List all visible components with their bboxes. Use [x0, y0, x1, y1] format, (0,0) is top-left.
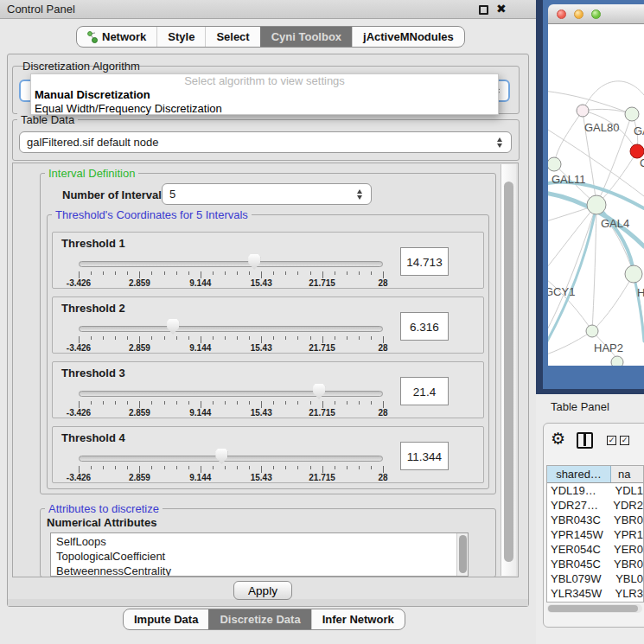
tick-mark: [273, 401, 274, 405]
network-node[interactable]: [548, 157, 561, 171]
table-data-combobox[interactable]: galFiltered.sif default node: [19, 131, 512, 153]
slider-track[interactable]: [79, 326, 383, 332]
attributes-listbox[interactable]: SelfLoopsTopologicalCoefficientBetweenne…: [50, 532, 469, 577]
cell-shared-name[interactable]: YDR27…: [547, 498, 606, 513]
network-canvas[interactable]: GAL80GACGAL11GAL4GCY1HHAP2: [548, 24, 644, 366]
panel-title: Control Panel: [7, 3, 75, 16]
tab-select[interactable]: Select: [205, 27, 259, 47]
cell-name[interactable]: YLR3: [608, 586, 643, 601]
list-scrollbar[interactable]: [456, 533, 468, 576]
cell-shared-name[interactable]: YBR043C: [547, 513, 607, 527]
slider-thumb[interactable]: [248, 254, 260, 270]
cell-shared-name[interactable]: YER054C: [547, 542, 607, 557]
zoom-traffic-light-icon[interactable]: [591, 10, 601, 19]
tick-mark: [127, 336, 128, 340]
table-header-row: shared… na: [547, 466, 643, 483]
tick-mark: [249, 271, 250, 275]
checkbox-icon[interactable]: ✓: [620, 436, 629, 445]
table-row[interactable]: YBL079WYBL0: [547, 571, 643, 586]
network-node[interactable]: [625, 265, 642, 283]
tick-mark: [115, 271, 116, 275]
gear-icon[interactable]: ⚙: [551, 429, 565, 449]
dropdown-option-equal-width[interactable]: Equal Width/Frequency Discretization: [31, 102, 498, 116]
table-row[interactable]: YDL19…YDL1: [547, 483, 643, 498]
scrollbar-thumb[interactable]: [504, 182, 513, 562]
scrollbar-thumb[interactable]: [548, 605, 638, 612]
tick-mark: [261, 401, 262, 408]
cell-name[interactable]: YER0: [607, 542, 643, 557]
tick-mark: [103, 401, 104, 405]
network-node[interactable]: [587, 195, 606, 214]
tick-label: 15.43: [251, 278, 272, 288]
slider-track[interactable]: [79, 261, 383, 267]
table-row[interactable]: YBR045CYBR0: [547, 557, 643, 571]
table-row[interactable]: YER054CYER0: [547, 542, 643, 557]
tab-network[interactable]: Network: [77, 27, 156, 47]
tick-mark: [213, 401, 214, 405]
cell-shared-name[interactable]: YPR145W: [547, 527, 607, 542]
threshold-value-field[interactable]: 6.316: [400, 312, 449, 341]
apply-button[interactable]: Apply: [233, 581, 292, 600]
mode-tab-infer-network[interactable]: Infer Network: [311, 609, 405, 629]
column-header-name[interactable]: na: [611, 466, 643, 482]
threshold-value-field[interactable]: 11.344: [400, 442, 449, 470]
cell-name[interactable]: YBR0: [607, 557, 643, 571]
tab-style[interactable]: Style: [156, 27, 205, 47]
tick-mark: [139, 466, 140, 473]
network-node[interactable]: [625, 107, 639, 121]
vertical-scrollbar[interactable]: [501, 164, 516, 576]
checkbox-icon[interactable]: ✓: [607, 436, 616, 445]
attributes-group-title: Attributes to discretize: [45, 502, 163, 515]
horizontal-scrollbar[interactable]: [547, 604, 642, 613]
threshold-value-field[interactable]: 21.4: [400, 377, 449, 405]
cell-shared-name[interactable]: YBL079W: [547, 571, 609, 586]
close-icon[interactable]: ✖: [496, 2, 507, 16]
table-row[interactable]: YDR27…YDR2: [547, 498, 643, 513]
cell-name[interactable]: YPR1: [607, 527, 643, 542]
cell-name[interactable]: YBL0: [609, 571, 643, 586]
table-row[interactable]: YBR043CYBR0: [547, 513, 643, 527]
tab-cyni-toolbox[interactable]: Cyni Toolbox: [260, 27, 352, 47]
slider-track[interactable]: [79, 391, 383, 397]
slider-thumb[interactable]: [313, 384, 325, 399]
float-window-icon[interactable]: [479, 5, 488, 15]
attribute-list-item[interactable]: SelfLoops: [56, 534, 468, 549]
cell-name[interactable]: YDR2: [606, 498, 643, 513]
dropdown-option-manual[interactable]: Manual Discretization: [31, 88, 498, 102]
num-intervals-value: 5: [169, 188, 175, 201]
attribute-list-item[interactable]: TopologicalCoefficient: [56, 549, 468, 564]
num-intervals-combobox[interactable]: 5: [162, 183, 372, 205]
slider-thumb[interactable]: [167, 319, 179, 335]
slider-track[interactable]: [79, 456, 383, 462]
threshold-value-field[interactable]: 14.713: [400, 247, 449, 276]
network-node[interactable]: [577, 105, 589, 117]
tick-mark: [225, 271, 226, 275]
column-header-shared-name[interactable]: shared…: [547, 466, 611, 482]
table-panel-title: Table Panel: [551, 400, 609, 413]
columns-icon[interactable]: [577, 432, 593, 449]
network-window-titlebar[interactable]: [548, 4, 644, 24]
slider-thumb[interactable]: [215, 449, 227, 464]
tab-jactivemnodules[interactable]: jActiveMNodules: [352, 27, 464, 47]
cell-shared-name[interactable]: YLR345W: [547, 586, 608, 601]
network-edge: [634, 274, 644, 341]
cell-name[interactable]: YDL1: [608, 483, 643, 498]
mode-tab-discretize-data[interactable]: Discretize Data: [208, 609, 310, 629]
minimize-traffic-light-icon[interactable]: [574, 10, 583, 19]
network-node[interactable]: [586, 325, 598, 337]
mode-tab-impute-data[interactable]: Impute Data: [124, 609, 208, 629]
cell-shared-name[interactable]: YDL19…: [547, 483, 608, 498]
cell-name[interactable]: YIL0: [611, 601, 643, 603]
table-row[interactable]: YIL052CYIL0: [547, 601, 643, 603]
table-row[interactable]: YLR345WYLR3: [547, 586, 643, 601]
cell-shared-name[interactable]: YIL052C: [547, 601, 611, 603]
tick-mark: [359, 271, 360, 275]
table-row[interactable]: YPR145WYPR1: [547, 527, 643, 542]
close-traffic-light-icon[interactable]: [557, 10, 566, 19]
scrollbar-thumb[interactable]: [459, 535, 467, 573]
cell-name[interactable]: YBR0: [607, 513, 643, 527]
network-node[interactable]: [611, 356, 623, 366]
tick-mark: [285, 336, 286, 340]
attribute-list-item[interactable]: BetweennessCentrality: [56, 564, 468, 577]
cell-shared-name[interactable]: YBR045C: [547, 557, 607, 571]
